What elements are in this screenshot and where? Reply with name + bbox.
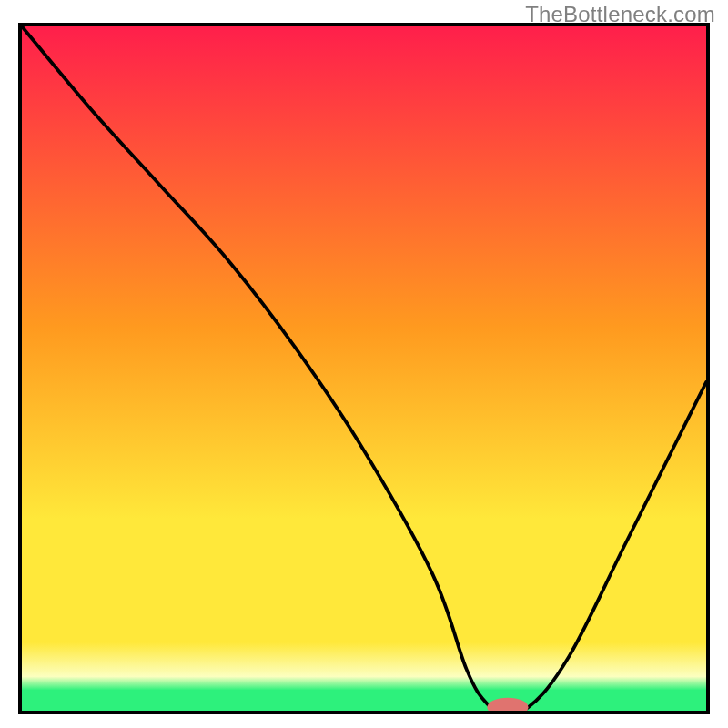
marker-layer — [22, 26, 706, 711]
watermark-text: TheBottleneck.com — [525, 2, 715, 27]
plot-frame — [18, 23, 710, 714]
chart-root: TheBottleneck.com — [0, 0, 728, 728]
operating-point-marker — [487, 698, 528, 711]
